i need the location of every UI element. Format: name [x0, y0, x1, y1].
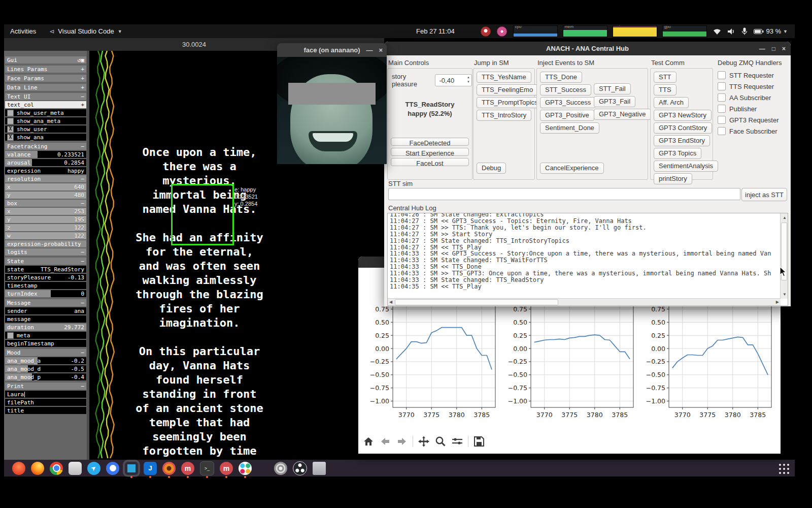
slack-dock-icon[interactable]: [239, 462, 252, 475]
sentiment-done-button[interactable]: Sentiment_Done: [540, 122, 599, 134]
panel-field-turnindex[interactable]: turnIndex0: [5, 290, 86, 297]
start-experience-button[interactable]: Start Experience: [391, 148, 469, 156]
net-monitor[interactable]: net: [613, 25, 657, 37]
subplots-icon[interactable]: [451, 435, 463, 448]
panel-field-storypleasure[interactable]: storyPleasure-0.13: [5, 274, 86, 281]
chrome-dock-icon[interactable]: [50, 462, 63, 475]
tts-button[interactable]: TTS: [654, 84, 676, 96]
panel-checkbox-show_ana[interactable]: Xshow_ana: [5, 134, 86, 141]
checkbox-icon[interactable]: [718, 93, 726, 102]
show-applications-button[interactable]: [777, 462, 790, 474]
panel-checkbox-show_ana_meta[interactable]: show_ana_meta: [5, 117, 86, 124]
panel-field-x[interactable]: x253: [5, 208, 86, 215]
gpt3-newstory-button[interactable]: GPT3 NewStory: [654, 110, 712, 121]
cancel-experience-button[interactable]: CancelExperience: [540, 163, 604, 174]
panel-checkbox-show_user_meta[interactable]: show_user_meta: [5, 109, 86, 116]
facelost-button[interactable]: FaceLost: [391, 158, 469, 166]
webcam-titlebar[interactable]: face (on ananano) — ×: [277, 43, 387, 57]
pink-app-tray-icon[interactable]: [497, 26, 507, 37]
home-icon[interactable]: [362, 435, 375, 448]
gpt3-endstory-button[interactable]: GPT3 EndStory: [654, 135, 710, 146]
tts-introstory-button[interactable]: TTS_IntroStory: [477, 110, 531, 121]
panel-field-filepath[interactable]: filePath: [5, 399, 86, 406]
checkbox-icon[interactable]: [718, 82, 726, 90]
stt-fail-button[interactable]: STT_Fail: [594, 83, 631, 94]
panel-field-ana-mood-a[interactable]: ana_mood_a-0.2: [5, 357, 86, 364]
vscode-dock-icon[interactable]: [125, 462, 138, 475]
checkbox-icon[interactable]: X: [7, 126, 14, 133]
aff-arch-button[interactable]: Aff. Arch: [654, 97, 689, 108]
hub-titlebar[interactable]: ANACH - ANA Central Hub — □ ×: [384, 42, 791, 55]
back-icon[interactable]: [379, 435, 391, 448]
panel-input-laura[interactable]: Laura: [5, 391, 86, 398]
checkbox-icon[interactable]: [7, 332, 14, 339]
terminal-dock-icon[interactable]: >_: [200, 461, 214, 475]
starburst-dock-icon[interactable]: [162, 462, 176, 475]
panel-checkbox-meta[interactable]: meta: [5, 332, 86, 339]
panel-section-state[interactable]: State−: [5, 258, 86, 265]
display-dock-icon[interactable]: [313, 462, 326, 475]
scroll-left-icon[interactable]: ◀: [389, 299, 392, 305]
checkbox-icon[interactable]: [718, 116, 726, 124]
battery-indicator[interactable]: 93 % ▼: [754, 27, 788, 35]
volume-icon[interactable]: [727, 28, 735, 35]
zoom-icon[interactable]: [434, 435, 447, 448]
aa-subscriber-checkbox[interactable]: AA Subscriber: [718, 93, 771, 102]
panel-section-logits[interactable]: logits−: [5, 248, 86, 256]
mem-monitor[interactable]: mem: [563, 25, 607, 37]
clock[interactable]: Feb 27 11:04: [416, 24, 455, 38]
tts-prompttopics-button[interactable]: TTS_PromptTopics: [477, 97, 543, 108]
panel-section-gui[interactable]: Gui↺▣: [5, 56, 86, 64]
panel-section-print[interactable]: Print−: [5, 383, 86, 390]
panel-section-face-params[interactable]: Face Params+: [5, 75, 86, 82]
checkbox-icon[interactable]: [718, 105, 726, 113]
gpt3-negative-button[interactable]: GPT3_Negative: [594, 109, 651, 120]
gpt3-requester-checkbox[interactable]: GPT3 Requester: [718, 116, 779, 124]
mattermost-dock-icon[interactable]: m: [181, 462, 194, 475]
tts-done-button[interactable]: TTS_Done: [540, 72, 582, 83]
panel-section-facetracking[interactable]: Facetracking−: [5, 143, 86, 150]
checkbox-icon[interactable]: [7, 110, 14, 116]
panel-field-y[interactable]: y195: [5, 216, 86, 223]
printstory-button[interactable]: printStory: [654, 173, 692, 184]
panel-field-message[interactable]: message: [5, 315, 86, 323]
publisher-checkbox[interactable]: Publisher: [718, 105, 757, 113]
files-dock-icon[interactable]: [69, 462, 82, 475]
panel-field-duration[interactable]: duration29.772: [5, 324, 86, 331]
stt-button[interactable]: STT: [654, 72, 676, 83]
signal-dock-icon[interactable]: [106, 462, 119, 475]
tts-yesname-button[interactable]: TTS_YesName: [477, 72, 531, 83]
panel-field-y[interactable]: y480: [5, 192, 86, 199]
panel-checkbox-show_user[interactable]: Xshow_user: [5, 125, 86, 133]
inject-as-stt-button[interactable]: inject as STT: [741, 188, 787, 201]
panel-field-ana-mood-p[interactable]: ana_mood_p-0.4: [5, 373, 86, 380]
log-vertical-scrollbar[interactable]: ▲ ▼: [780, 213, 788, 299]
panel-section-message[interactable]: Message−: [5, 299, 86, 306]
panel-field-arousal[interactable]: arousal0.2854: [5, 159, 86, 166]
minimize-icon[interactable]: —: [759, 45, 765, 52]
panel-field-valance[interactable]: valance0.233521: [5, 151, 86, 158]
tts-feelingemo-button[interactable]: TTS_FeelingEmo: [477, 84, 538, 96]
stt-success-button[interactable]: STT_Success: [540, 84, 591, 96]
spin-up-icon[interactable]: ▲: [467, 75, 470, 80]
wifi-icon[interactable]: [713, 28, 721, 35]
obs-dock-icon[interactable]: [293, 461, 307, 475]
gpt3-topics-button[interactable]: GPT3 Topics: [654, 148, 701, 159]
panel-field-ana-mood-d[interactable]: ana_mood_d-0.5: [5, 365, 86, 372]
minimize-icon[interactable]: —: [366, 46, 373, 54]
scroll-up-icon[interactable]: ▲: [783, 214, 787, 221]
microphone-icon[interactable]: [741, 27, 748, 35]
stt-requester-checkbox[interactable]: STT Requester: [718, 71, 774, 79]
sentimentanalysis-button[interactable]: SentimentAnalysis: [654, 161, 718, 172]
save-icon[interactable]: [473, 435, 485, 448]
forward-icon[interactable]: [396, 435, 408, 448]
close-icon[interactable]: ×: [379, 46, 383, 54]
debug-button[interactable]: Debug: [477, 163, 506, 174]
mattermost-2-dock-icon[interactable]: m: [220, 462, 233, 475]
gpt3-fail-button[interactable]: GPT3_Fail: [594, 96, 635, 107]
panel-section-mood[interactable]: Mood−: [5, 349, 86, 356]
panel-field-state[interactable]: stateTTS_ReadStory: [5, 266, 86, 273]
central-hub-log[interactable]: 11:04:26 : SM State changed: ExtractTopi…: [387, 213, 788, 306]
panel-section-resolution[interactable]: resolution−: [5, 175, 86, 182]
pan-icon[interactable]: [418, 435, 430, 448]
